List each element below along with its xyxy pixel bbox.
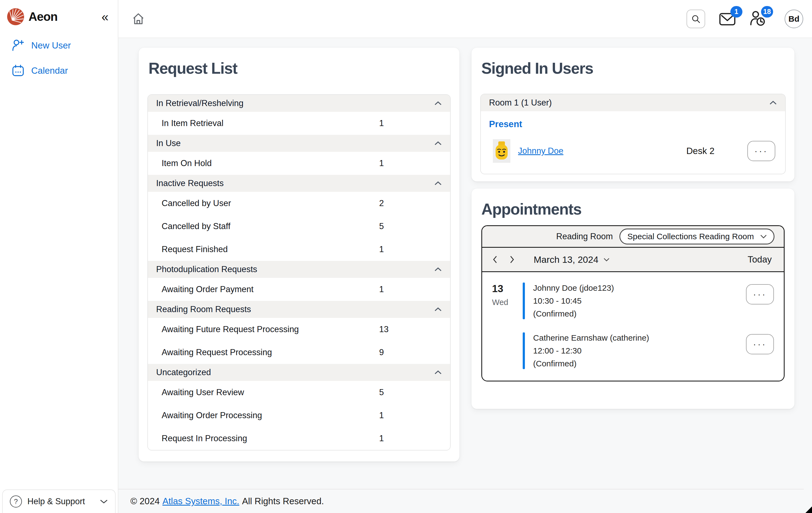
search-button[interactable] (687, 9, 705, 28)
sidebar-header: Aeon « (0, 0, 118, 25)
queue-row-awaiting-future-request-processing[interactable]: Awaiting Future Request Processing 13 (148, 318, 450, 341)
section-label: Photoduplication Requests (156, 264, 257, 274)
reading-room-label: Reading Room (556, 232, 613, 241)
aeon-logo-icon (7, 8, 24, 25)
user-actions-button[interactable]: ··· (747, 141, 775, 161)
sidebar-nav: New User Calendar (0, 35, 118, 81)
appointment-actions-button[interactable]: ··· (746, 334, 774, 354)
chevron-up-icon (434, 101, 442, 106)
queue-count: 5 (379, 221, 384, 231)
mail-badge: 1 (730, 6, 743, 18)
topbar-actions: 1 18 Bd (687, 9, 803, 28)
sidebar-item-calendar[interactable]: Calendar (6, 60, 112, 81)
queue-label: Awaiting Order Payment (162, 284, 253, 294)
user-name-link[interactable]: Johnny Doe (518, 146, 563, 156)
section-reading-room-requests[interactable]: Reading Room Requests (148, 301, 450, 318)
queue-count: 1 (379, 433, 384, 444)
sidebar-collapse-button[interactable]: « (102, 10, 109, 23)
chevron-up-icon (434, 267, 442, 272)
chevron-up-icon (769, 101, 777, 105)
next-day-button[interactable] (510, 255, 515, 264)
content: Request List In Retrieval/Reshelving In … (118, 38, 812, 489)
today-button[interactable]: Today (746, 254, 773, 265)
queue-count: 2 (379, 198, 384, 208)
appointment-user: Catherine Earnshaw (catherine) (533, 333, 649, 343)
section-photoduplication-requests[interactable]: Photoduplication Requests (148, 261, 450, 278)
queue-row-awaiting-request-processing[interactable]: Awaiting Request Processing 9 (148, 341, 450, 364)
queue-row-cancelled-by-staff[interactable]: Cancelled by Staff 5 (148, 215, 450, 238)
date-picker-button[interactable]: March 13, 2024 (532, 254, 611, 265)
request-list-title: Request List (148, 59, 450, 77)
section-in-use[interactable]: In Use (148, 135, 450, 152)
chevron-up-icon (434, 307, 442, 312)
topbar: 1 18 Bd (118, 0, 812, 38)
chevron-up-icon (434, 370, 442, 375)
queue-row-cancelled-by-user[interactable]: Cancelled by User 2 (148, 192, 450, 215)
section-label: Inactive Requests (156, 178, 224, 188)
atlas-systems-link[interactable]: Atlas Systems, Inc. (163, 496, 239, 507)
queue-count: 1 (379, 284, 384, 294)
users-badge: 18 (761, 6, 773, 18)
appointment-entry: Catherine Earnshaw (catherine) 12:00 - 1… (492, 333, 774, 369)
appointments-widget: Reading Room Special Collections Reading… (481, 225, 785, 381)
queue-row-awaiting-order-processing[interactable]: Awaiting Order Processing 1 (148, 404, 450, 427)
queue-count: 9 (379, 347, 384, 358)
ellipsis-icon: ··· (753, 339, 767, 349)
signed-in-users-title: Signed In Users (481, 59, 785, 77)
mail-button[interactable]: 1 (719, 10, 736, 27)
help-support-button[interactable]: ? Help & Support (2, 489, 116, 513)
calendar-icon (11, 64, 25, 77)
room-section-header[interactable]: Room 1 (1 User) (481, 94, 785, 111)
appointment-status: (Confirmed) (533, 309, 614, 318)
queue-row-awaiting-order-payment[interactable]: Awaiting Order Payment 1 (148, 278, 450, 301)
collapse-icon: « (102, 9, 109, 24)
avatar-button[interactable]: Bd (785, 9, 803, 28)
appointment-time: 12:00 - 12:30 (533, 346, 649, 355)
reading-room-select[interactable]: Special Collections Reading Room (619, 229, 775, 245)
signed-in-user-row: Johnny Doe Desk 2 ··· (489, 139, 777, 163)
current-date-label: March 13, 2024 (534, 254, 598, 265)
appointment-time: 10:30 - 10:45 (533, 296, 614, 306)
help-icon: ? (10, 495, 22, 508)
queue-count: 5 (379, 388, 384, 397)
signed-in-users-button[interactable]: 18 (750, 10, 766, 27)
section-label: Uncategorized (156, 368, 211, 377)
appointments-card: Appointments Reading Room Special Collec… (471, 189, 794, 409)
section-in-retrieval-reshelving[interactable]: In Retrieval/Reshelving (148, 95, 450, 112)
appointments-list: 13 Wed Johnny Doe (jdoe123) 10:30 - 10:4… (482, 272, 784, 381)
appointments-title: Appointments (481, 200, 785, 218)
reading-room-value: Special Collections Reading Room (627, 232, 754, 241)
right-column: Signed In Users Room 1 (1 User) Present (471, 48, 794, 489)
queue-label: Request Finished (162, 245, 228, 254)
section-label: Reading Room Requests (156, 305, 251, 314)
day-name: Wed (492, 298, 523, 307)
brand: Aeon (7, 8, 58, 25)
queue-row-in-item-retrieval[interactable]: In Item Retrieval 1 (148, 112, 450, 135)
section-inactive-requests[interactable]: Inactive Requests (148, 175, 450, 192)
appointment-details: Johnny Doe (jdoe123) 10:30 - 10:45 (Conf… (533, 283, 614, 319)
queue-row-awaiting-user-review[interactable]: Awaiting User Review 5 (148, 381, 450, 404)
queue-row-item-on-hold[interactable]: Item On Hold 1 (148, 152, 450, 175)
chevron-right-icon (510, 255, 515, 264)
queue-label: Awaiting Request Processing (162, 347, 272, 358)
queue-count: 1 (379, 159, 384, 168)
chevron-down-icon (100, 499, 108, 504)
queue-label: Cancelled by User (162, 198, 231, 208)
previous-day-button[interactable] (493, 255, 497, 264)
appointment-actions-button[interactable]: ··· (746, 284, 774, 305)
corner-resize-artifact (806, 507, 812, 513)
sidebar-item-label: New User (31, 40, 71, 51)
sidebar-item-new-user[interactable]: New User (6, 35, 112, 56)
chevron-down-icon (760, 234, 767, 239)
queue-row-request-in-processing[interactable]: Request In Processing 1 (148, 427, 450, 450)
section-uncategorized[interactable]: Uncategorized (148, 364, 450, 381)
home-button[interactable] (130, 10, 147, 27)
queue-label: Awaiting User Review (162, 388, 244, 397)
queue-row-request-finished[interactable]: Request Finished 1 (148, 238, 450, 261)
brand-name: Aeon (28, 10, 58, 24)
home-icon (130, 10, 147, 27)
room-label: Room 1 (1 User) (489, 98, 552, 108)
queue-label: Cancelled by Staff (162, 221, 230, 231)
queue-count: 13 (379, 324, 388, 334)
signed-in-users-card: Signed In Users Room 1 (1 User) Present (471, 48, 794, 181)
